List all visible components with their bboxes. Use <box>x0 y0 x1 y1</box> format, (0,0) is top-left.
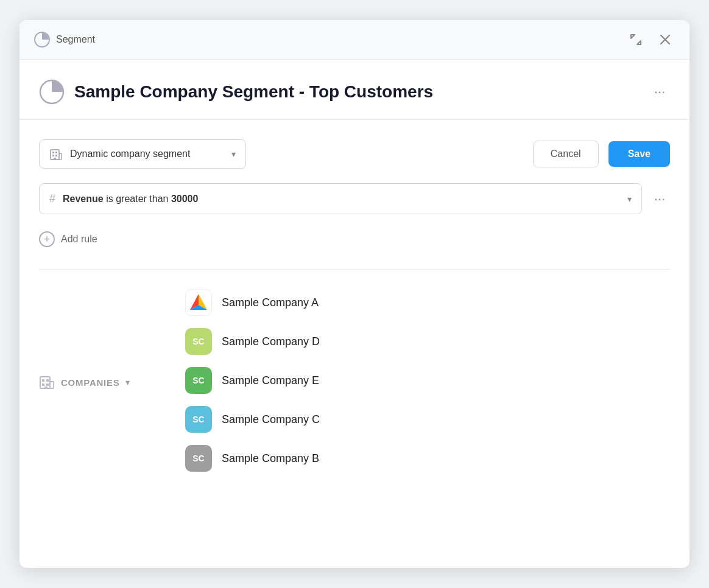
avatar: SC <box>185 406 212 433</box>
segment-icon-large <box>39 79 65 105</box>
hash-icon: # <box>49 192 55 205</box>
svg-rect-11 <box>46 379 49 382</box>
header-more-button[interactable]: ··· <box>649 82 670 102</box>
companies-section: COMPANIES ▾ Sample Company A <box>39 289 670 472</box>
svg-rect-7 <box>54 158 56 159</box>
add-rule-row[interactable]: + Add rule <box>39 229 670 250</box>
svg-rect-14 <box>44 387 48 388</box>
modal-container: Segment Sample Company Segment - Top Cus… <box>19 20 690 568</box>
page-title: Sample Company Segment - Top Customers <box>74 82 433 102</box>
add-rule-label: Add rule <box>61 234 97 245</box>
list-item[interactable]: SC Sample Company C <box>185 406 670 433</box>
svg-rect-6 <box>55 155 57 156</box>
svg-rect-10 <box>42 379 44 382</box>
rule-more-button[interactable]: ··· <box>649 189 670 209</box>
segment-type-label: Dynamic company segment <box>70 149 224 159</box>
svg-rect-13 <box>46 383 49 386</box>
list-item[interactable]: SC Sample Company E <box>185 367 670 394</box>
top-bar-title: Segment <box>56 34 95 45</box>
close-icon[interactable] <box>655 30 675 49</box>
avatar: SC <box>185 328 212 355</box>
svg-rect-3 <box>52 152 54 153</box>
companies-chevron: ▾ <box>125 377 130 387</box>
company-name: Sample Company E <box>222 374 319 387</box>
svg-rect-5 <box>52 155 54 156</box>
company-name: Sample Company C <box>222 413 320 426</box>
top-bar: Segment <box>19 20 690 60</box>
rule-value: 30000 <box>171 194 199 204</box>
company-name: Sample Company B <box>222 452 319 465</box>
svg-rect-8 <box>59 153 62 159</box>
companies-list: Sample Company A SC Sample Company D SC … <box>185 289 670 472</box>
top-bar-right <box>626 30 675 49</box>
rule-field: Revenue <box>63 194 104 204</box>
add-rule-icon: + <box>39 231 55 247</box>
content-area: Dynamic company segment ▾ Cancel Save # … <box>19 120 690 568</box>
company-a-logo <box>188 292 210 313</box>
avatar: SC <box>185 367 212 394</box>
companies-header[interactable]: COMPANIES ▾ <box>39 289 161 472</box>
list-item[interactable]: SC Sample Company B <box>185 445 670 472</box>
top-bar-left: Segment <box>34 32 95 47</box>
rule-row: # Revenue is greater than 30000 ▾ ··· <box>39 183 670 214</box>
rule-chevron: ▾ <box>627 194 632 204</box>
cancel-button[interactable]: Cancel <box>533 141 599 167</box>
avatar <box>185 289 212 316</box>
segment-type-dropdown[interactable]: Dynamic company segment ▾ <box>39 139 246 169</box>
svg-rect-12 <box>42 383 44 386</box>
rule-box[interactable]: # Revenue is greater than 30000 ▾ <box>39 183 642 214</box>
building-icon <box>49 147 63 161</box>
company-name: Sample Company A <box>222 296 319 309</box>
companies-building-icon <box>39 374 55 390</box>
list-item[interactable]: SC Sample Company D <box>185 328 670 355</box>
avatar: SC <box>185 445 212 472</box>
save-button[interactable]: Save <box>608 141 670 167</box>
rule-operator: is greater than <box>106 194 171 204</box>
companies-label: COMPANIES <box>61 377 119 388</box>
header-section: Sample Company Segment - Top Customers ·… <box>19 60 690 120</box>
section-divider <box>39 269 670 270</box>
toolbar-row: Dynamic company segment ▾ Cancel Save <box>39 139 670 169</box>
rule-text: Revenue is greater than 30000 <box>63 194 627 205</box>
list-item[interactable]: Sample Company A <box>185 289 670 316</box>
header-left: Sample Company Segment - Top Customers <box>39 79 433 105</box>
dropdown-chevron: ▾ <box>231 149 236 159</box>
segment-icon-small <box>34 32 50 47</box>
expand-icon[interactable] <box>626 30 646 49</box>
company-name: Sample Company D <box>222 335 320 348</box>
svg-rect-4 <box>55 152 57 153</box>
